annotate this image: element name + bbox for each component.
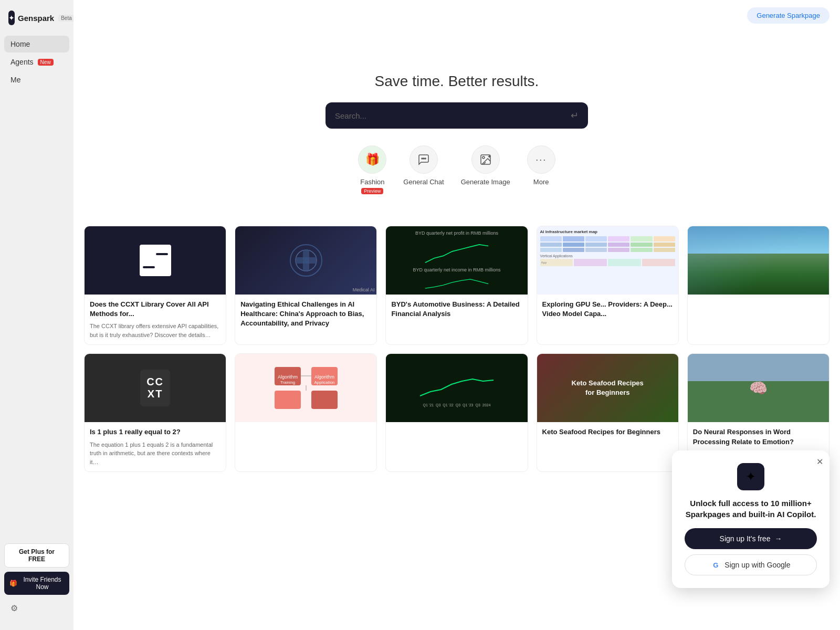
quick-action-generate-image[interactable]: Generate Image [461,145,510,194]
card-ml-title [240,427,371,436]
google-icon: G [711,560,720,570]
fashion-label: Fashion [360,178,384,186]
svg-text:Algorithm: Algorithm [314,374,334,380]
generate-sparkpage-button[interactable]: Generate Sparkpage [747,7,830,24]
popup-title: Unlock full access to 10 million+ Sparkp… [685,498,817,520]
signup-arrow-icon: → [774,534,782,543]
card-ccxt-body: Does the CCXT Library Cover All API Meth… [85,295,226,344]
popup-google-button[interactable]: G Sign up with Google [685,554,817,575]
signup-popup: ✕ ✦ Unlock full access to 10 million+ Sp… [672,450,830,588]
settings-icon[interactable]: ⚙ [4,599,69,617]
card-ccxt-title: Does the CCXT Library Cover All API Meth… [90,300,220,319]
sidebar-item-me-label: Me [10,76,20,84]
quick-actions: 🎁 Fashion Preview General Chat [358,145,555,194]
card-gpu-title: Exploring GPU Se... Providers: A Deep...… [542,300,673,319]
logo-icon: ✦ [8,10,15,25]
svg-point-0 [422,158,423,159]
search-input[interactable] [335,111,565,120]
svg-point-1 [423,158,424,159]
search-bar[interactable]: ↵ [326,102,588,129]
sidebar-item-agents[interactable]: Agents New [4,54,69,70]
card-byd2-title [391,427,522,436]
card-neural-title: Do Neural Responses in Word Processing R… [693,427,824,446]
logo-area: ✦ Genspark Beta ⬜ [0,6,74,36]
svg-text:Application: Application [314,380,334,385]
agents-new-badge: New [38,59,54,66]
general-chat-icon [410,145,438,174]
generate-image-label: Generate Image [461,178,510,186]
popup-close-button[interactable]: ✕ [816,457,823,467]
card-byd2[interactable]: Q1 '21 Q3 Q1 '22 Q3 Q1 '23 Q3 2024 [385,353,528,472]
get-plus-button[interactable]: Get Plus for FREE [4,543,69,568]
sidebar-nav: Home Agents New Me [0,36,74,88]
svg-text:Training: Training [280,380,295,385]
card-keto[interactable]: Keto Seafood Recipesfor Beginners Keto S… [537,353,679,472]
search-enter-icon: ↵ [571,110,579,121]
card-medical-ai[interactable]: Medical AI Navigating Ethical Challenges… [235,226,377,345]
svg-text:Algorithm: Algorithm [278,374,298,380]
invite-icon: 🎁 [9,580,17,587]
card-byd-financial[interactable]: BYD quarterly net profit in RMB millions… [385,226,528,345]
popup-signup-button[interactable]: Sign up It's free → [685,528,817,549]
quick-action-general-chat[interactable]: General Chat [403,145,444,194]
beta-badge: Beta [58,15,75,22]
svg-rect-8 [296,257,317,264]
card-ccxt-snippet: The CCXT library offers extensive API ca… [90,322,220,339]
card-mountain-title [693,300,824,308]
hero-title: Save time. Better results. [375,73,539,90]
fashion-preview-badge: Preview [361,188,383,194]
card-keto-title: Keto Seafood Recipes for Beginners [542,427,673,437]
card-byd-title: BYD's Automotive Business: A Detailed Fi… [391,300,522,319]
card-medical-title: Navigating Ethical Challenges in AI Heal… [240,300,371,329]
card-ccxt[interactable]: Does the CCXT Library Cover All API Meth… [84,226,226,345]
card-mountain-body [688,295,829,317]
quick-action-fashion[interactable]: 🎁 Fashion Preview [358,145,386,194]
generate-image-icon [471,145,500,174]
ccxt-logo-image [140,245,171,276]
hero-section: Save time. Better results. ↵ 🎁 Fashion P… [74,31,840,215]
quick-action-more[interactable]: ··· More [527,145,555,194]
card-ml-body [235,422,376,444]
svg-point-2 [425,158,426,159]
card-gpu-body: Exploring GPU Se... Providers: A Deep...… [537,295,678,327]
card-byd2-body [386,422,527,444]
more-label: More [533,178,549,186]
sidebar-item-home[interactable]: Home [4,36,69,52]
invite-label: Invite Friends Now [20,576,64,591]
more-icon: ··· [527,145,555,174]
invite-friends-button[interactable]: 🎁 Invite Friends Now [4,572,69,595]
card-gpu-providers[interactable]: AI Infrastructure market map [537,226,679,345]
popup-icon: ✦ [737,463,764,490]
card-math[interactable]: CC XT Is 1 plus 1 really equal to 2? The… [84,353,226,472]
card-math-title: Is 1 plus 1 really equal to 2? [90,427,220,437]
card-mountain[interactable] [687,226,830,345]
svg-rect-11 [275,391,301,409]
sidebar: ✦ Genspark Beta ⬜ Home Agents New Me Get… [0,0,74,630]
card-math-snippet: The equation 1 plus 1 equals 2 is a fund… [90,440,220,467]
google-signup-label: Sign up with Google [724,561,790,569]
fashion-icon: 🎁 [358,145,386,174]
sidebar-item-home-label: Home [10,40,30,48]
sidebar-bottom: Get Plus for FREE 🎁 Invite Friends Now ⚙ [0,537,74,624]
header: Generate Sparkpage [74,0,840,31]
card-byd-body: BYD's Automotive Business: A Detailed Fi… [386,295,527,327]
logo-text: Genspark [18,14,54,23]
card-keto-body: Keto Seafood Recipes for Beginners [537,422,678,445]
content-grid: Does the CCXT Library Cover All API Meth… [74,215,840,482]
card-math-body: Is 1 plus 1 really equal to 2? The equat… [85,422,226,471]
svg-point-4 [482,156,485,159]
card-medical-body: Navigating Ethical Challenges in AI Heal… [235,295,376,337]
sidebar-item-agents-label: Agents [10,58,34,66]
sidebar-item-me[interactable]: Me [4,71,69,88]
general-chat-label: General Chat [403,178,444,186]
signup-label: Sign up It's free [720,534,771,543]
card-ml[interactable]: Algorithm Training Algorithm Application [235,353,377,472]
svg-rect-12 [311,391,338,409]
